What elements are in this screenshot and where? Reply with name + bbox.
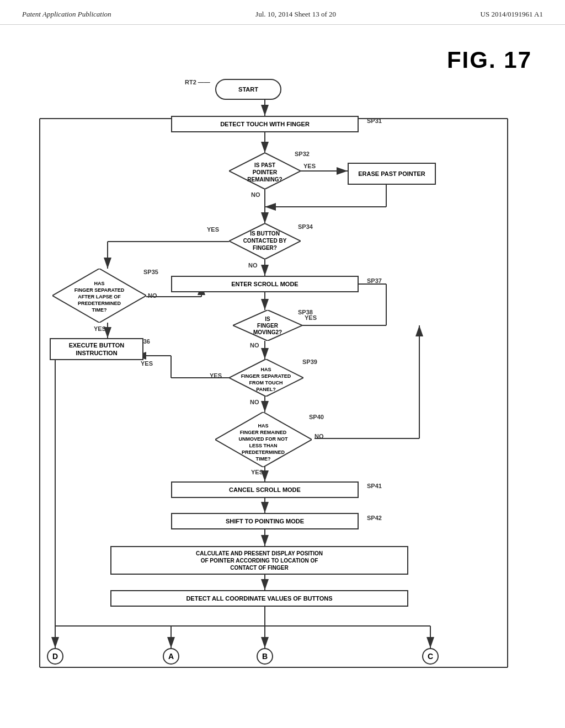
sp38-no-label: NO xyxy=(250,342,259,349)
sp34-no-label: NO xyxy=(248,262,258,269)
sp39-yes-label: YES xyxy=(210,372,222,379)
svg-text:IS: IS xyxy=(265,316,270,322)
svg-text:FINGER: FINGER xyxy=(257,323,279,329)
svg-text:TIME?: TIME? xyxy=(256,456,271,462)
svg-text:IS BUTTON: IS BUTTON xyxy=(250,231,280,237)
diagram-area: FIG. 17 xyxy=(0,30,565,714)
svg-text:HAS: HAS xyxy=(94,281,104,286)
svg-text:LESS THAN: LESS THAN xyxy=(249,443,277,448)
svg-text:UNMOVED FOR NOT: UNMOVED FOR NOT xyxy=(239,436,289,442)
sp41-label: SP41 xyxy=(367,483,382,489)
svg-text:HAS: HAS xyxy=(258,423,268,429)
sp38-diamond: IS FINGER MOVING2? xyxy=(233,310,302,341)
connector-b: B xyxy=(257,648,273,665)
sp42-node: SHIFT TO POINTING MODE xyxy=(171,513,359,529)
svg-text:FROM TOUCH: FROM TOUCH xyxy=(249,380,283,386)
sp32-yes-label: YES xyxy=(303,163,316,169)
svg-text:CONTACTED BY: CONTACTED BY xyxy=(243,238,287,244)
header-center: Jul. 10, 2014 Sheet 13 of 20 xyxy=(255,10,336,19)
svg-text:AFTER LAPSE OF: AFTER LAPSE OF xyxy=(78,294,121,299)
header-left: Patent Application Publication xyxy=(22,10,111,19)
page-header: Patent Application Publication Jul. 10, … xyxy=(0,0,565,25)
sp36-yes-label: YES xyxy=(141,360,153,367)
sp41-node: CANCEL SCROLL MODE xyxy=(171,481,359,498)
svg-text:REMAINING?: REMAINING? xyxy=(247,176,282,183)
sp42-label: SP42 xyxy=(367,515,382,521)
svg-text:MOVING2?: MOVING2? xyxy=(253,329,282,335)
sp37-node: ENTER SCROLL MODE xyxy=(171,276,359,292)
connector-d: D xyxy=(47,648,63,665)
sp36-node: EXECUTE BUTTON INSTRUCTION xyxy=(50,338,143,360)
sp35-no-label: NO xyxy=(148,292,157,299)
sp35-diamond: HAS FINGER SEPARATED AFTER LAPSE OF PRED… xyxy=(52,269,146,323)
sp33-node: ERASE PAST POINTER xyxy=(348,163,436,185)
sp32-diamond: IS PAST POINTER REMAINING? xyxy=(229,153,301,189)
sp38-yes-label: YES xyxy=(305,314,317,321)
figure-label: FIG. 17 xyxy=(447,47,532,73)
start-node: START xyxy=(215,79,281,100)
sp39-label: SP39 xyxy=(302,358,317,365)
svg-text:PANEL?: PANEL? xyxy=(256,387,275,392)
svg-text:FINGER SEPARATED: FINGER SEPARATED xyxy=(74,287,125,293)
connector-c: C xyxy=(422,648,439,665)
svg-text:FINGER?: FINGER? xyxy=(253,245,277,251)
sp31-label: SP31 xyxy=(367,117,382,124)
sp44-node: DETECT ALL COORDINATE VALUES OF BUTTONS xyxy=(110,590,408,607)
sp31-node: DETECT TOUCH WITH FINGER xyxy=(171,116,359,132)
sp34-yes-label: YES xyxy=(207,226,219,233)
sp35-yes-label: YES xyxy=(94,325,106,332)
sp40-yes-label: YES xyxy=(251,469,263,475)
header-right: US 2014/0191961 A1 xyxy=(481,10,543,19)
sp40-no-label: NO xyxy=(315,433,324,440)
svg-text:PREDETERMINED: PREDETERMINED xyxy=(78,301,121,306)
rt2-label: RT2 —— xyxy=(185,79,210,85)
svg-text:FINGER SEPARATED: FINGER SEPARATED xyxy=(241,373,291,379)
sp32-no-label: NO xyxy=(251,191,260,198)
sp37-label: SP37 xyxy=(367,277,382,284)
svg-text:PREDETERMINED: PREDETERMINED xyxy=(242,449,285,455)
svg-text:HAS: HAS xyxy=(260,367,271,372)
sp39-no-label: NO xyxy=(250,399,259,405)
connector-a: A xyxy=(163,648,179,665)
svg-text:POINTER: POINTER xyxy=(253,169,278,175)
svg-text:FINGER REMAINED: FINGER REMAINED xyxy=(240,430,287,435)
svg-text:IS PAST: IS PAST xyxy=(254,162,275,168)
svg-text:TIME?: TIME? xyxy=(92,307,107,313)
sp40-diamond: HAS FINGER REMAINED UNMOVED FOR NOT LESS… xyxy=(215,412,312,467)
sp43-node: CALCULATE AND PRESENT DISPLAY POSITION O… xyxy=(110,546,408,575)
sp34-diamond: IS BUTTON CONTACTED BY FINGER? xyxy=(229,223,301,259)
sp39-diamond: HAS FINGER SEPARATED FROM TOUCH PANEL? xyxy=(229,359,303,397)
